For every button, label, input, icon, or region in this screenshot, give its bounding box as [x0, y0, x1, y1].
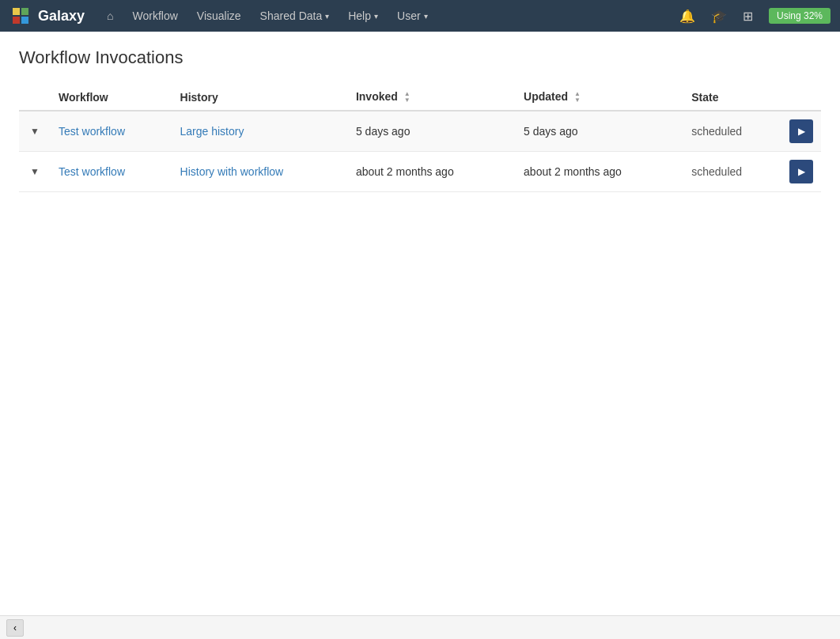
nav-workflow[interactable]: Workflow	[123, 0, 187, 32]
nav-user[interactable]: User ▾	[388, 0, 437, 32]
svg-rect-2	[13, 17, 20, 24]
table-header: Workflow History Invoked ▲▼ Updated ▲▼	[19, 84, 821, 111]
notifications-icon[interactable]: 🔔	[673, 0, 702, 32]
svg-rect-1	[21, 8, 28, 15]
nav-right: 🔔 🎓 ⊞ Using 32%	[673, 0, 831, 32]
invoked-sort-icon: ▲▼	[404, 91, 411, 104]
page-content: Workflow Invocations Workflow History In…	[0, 32, 840, 208]
svg-rect-3	[21, 17, 28, 24]
invoked-value: about 2 months ago	[356, 165, 454, 178]
row-invoked-cell: about 2 months ago	[348, 152, 516, 192]
user-caret-icon: ▾	[424, 12, 428, 21]
row-workflow-cell: Test workflow	[51, 152, 172, 192]
page-title: Workflow Invocations	[19, 47, 821, 68]
state-value: scheduled	[691, 165, 742, 178]
using-badge: Using 32%	[769, 8, 831, 24]
col-expand	[19, 84, 51, 111]
table-body: ▼ Test workflow Large history 5 days ago…	[19, 111, 821, 192]
navbar: Galaxy ⌂ Workflow Visualize Shared Data …	[0, 0, 840, 32]
history-link[interactable]: History with workflow	[180, 165, 284, 178]
nav-links: ⌂ Workflow Visualize Shared Data ▾ Help …	[97, 0, 673, 32]
row-expand-cell: ▼	[19, 111, 51, 152]
col-history: History	[172, 84, 348, 111]
shared-data-label: Shared Data	[260, 9, 323, 22]
col-workflow: Workflow	[51, 84, 172, 111]
updated-value: about 2 months ago	[524, 165, 622, 178]
history-link[interactable]: Large history	[180, 125, 244, 138]
nav-home[interactable]: ⌂	[97, 0, 123, 32]
user-label: User	[397, 9, 421, 22]
row-updated-cell: 5 days ago	[516, 111, 683, 152]
row-invoked-cell: 5 days ago	[348, 111, 516, 152]
row-state-cell: scheduled	[683, 152, 781, 192]
invocations-table: Workflow History Invoked ▲▼ Updated ▲▼	[19, 84, 821, 192]
graduation-icon[interactable]: 🎓	[705, 0, 733, 32]
expand-button[interactable]: ▼	[27, 124, 43, 138]
row-history-cell: History with workflow	[172, 152, 348, 192]
row-updated-cell: about 2 months ago	[516, 152, 683, 192]
play-icon: ▶	[798, 126, 805, 137]
home-icon: ⌂	[107, 9, 113, 22]
run-button[interactable]: ▶	[789, 160, 813, 183]
svg-rect-0	[13, 8, 20, 15]
col-invoked[interactable]: Invoked ▲▼	[348, 84, 516, 111]
expand-button[interactable]: ▼	[27, 164, 43, 179]
invoked-value: 5 days ago	[356, 125, 411, 138]
help-label: Help	[348, 9, 371, 22]
help-caret-icon: ▾	[374, 12, 378, 21]
updated-sort-icon: ▲▼	[574, 91, 581, 104]
nav-visualize[interactable]: Visualize	[187, 0, 251, 32]
play-icon: ▶	[798, 166, 805, 177]
shared-data-caret-icon: ▾	[325, 12, 329, 21]
row-state-cell: scheduled	[683, 111, 781, 152]
row-action-cell: ▶	[781, 152, 821, 192]
grid-icon[interactable]: ⊞	[736, 0, 759, 32]
nav-shared-data[interactable]: Shared Data ▾	[251, 0, 339, 32]
col-state: State	[683, 84, 781, 111]
row-history-cell: Large history	[172, 111, 348, 152]
updated-value: 5 days ago	[524, 125, 578, 138]
row-expand-cell: ▼	[19, 152, 51, 192]
col-action	[781, 84, 821, 111]
run-button[interactable]: ▶	[789, 119, 813, 143]
col-updated[interactable]: Updated ▲▼	[516, 84, 683, 111]
row-action-cell: ▶	[781, 111, 821, 152]
workflow-link[interactable]: Test workflow	[59, 125, 125, 138]
table-row: ▼ Test workflow History with workflow ab…	[19, 152, 821, 192]
brand-name: Galaxy	[38, 8, 85, 25]
galaxy-logo-icon	[9, 5, 32, 27]
brand: Galaxy	[9, 5, 85, 27]
state-value: scheduled	[691, 125, 742, 138]
row-workflow-cell: Test workflow	[51, 111, 172, 152]
workflow-link[interactable]: Test workflow	[59, 165, 125, 178]
nav-help[interactable]: Help ▾	[339, 0, 388, 32]
table-row: ▼ Test workflow Large history 5 days ago…	[19, 111, 821, 152]
